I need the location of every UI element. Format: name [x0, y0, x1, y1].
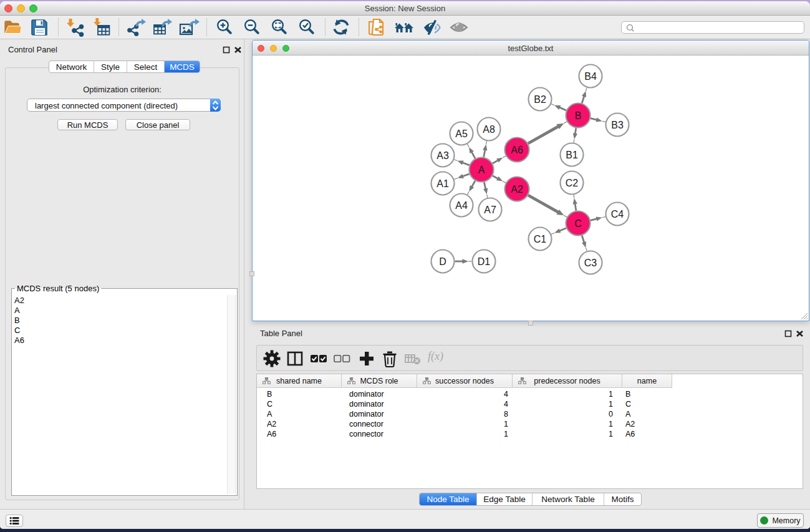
svg-text:A8: A8: [483, 124, 495, 135]
svg-text:C2: C2: [566, 178, 579, 188]
svg-text:D1: D1: [478, 256, 491, 267]
svg-text:B1: B1: [566, 150, 578, 160]
svg-text:D: D: [439, 256, 446, 267]
svg-text:C1: C1: [534, 234, 547, 244]
svg-text:A2: A2: [511, 184, 523, 195]
svg-text:B3: B3: [611, 120, 624, 130]
svg-text:A5: A5: [455, 128, 468, 139]
svg-text:B2: B2: [534, 94, 546, 105]
svg-text:A: A: [478, 165, 485, 175]
svg-text:A1: A1: [436, 178, 449, 189]
svg-text:C: C: [574, 218, 582, 229]
svg-text:B: B: [575, 110, 582, 121]
svg-text:A6: A6: [511, 145, 523, 155]
svg-text:A3: A3: [436, 150, 449, 161]
svg-text:A7: A7: [484, 205, 496, 215]
svg-text:A4: A4: [455, 200, 468, 211]
svg-text:C3: C3: [584, 258, 597, 268]
svg-text:C4: C4: [611, 209, 624, 220]
svg-text:B4: B4: [584, 71, 597, 82]
